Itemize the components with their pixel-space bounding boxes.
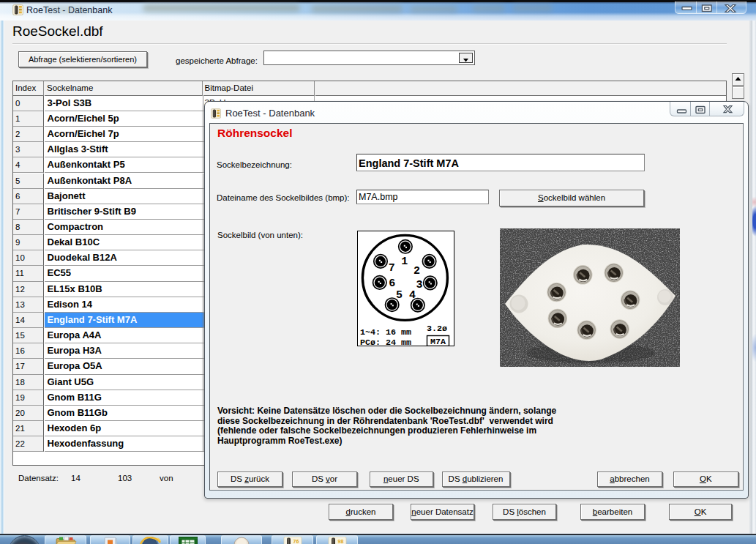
svg-text:5: 5 [396,289,403,302]
svg-text:98: 98 [337,539,343,544]
svg-text:6: 6 [389,277,395,290]
svg-text:76: 76 [293,539,299,544]
svg-text:3: 3 [416,279,422,291]
svg-text:1: 1 [401,256,408,268]
svg-text:PCø: 24 mm: PCø: 24 mm [360,338,411,346]
svg-text:3.2ø: 3.2ø [427,324,447,334]
svg-text:1~4: 16 mm: 1~4: 16 mm [360,327,411,338]
svg-text:7: 7 [389,262,395,275]
svg-text:4: 4 [409,289,416,302]
svg-text:M7A: M7A [430,337,446,346]
svg-text:2: 2 [413,265,420,277]
